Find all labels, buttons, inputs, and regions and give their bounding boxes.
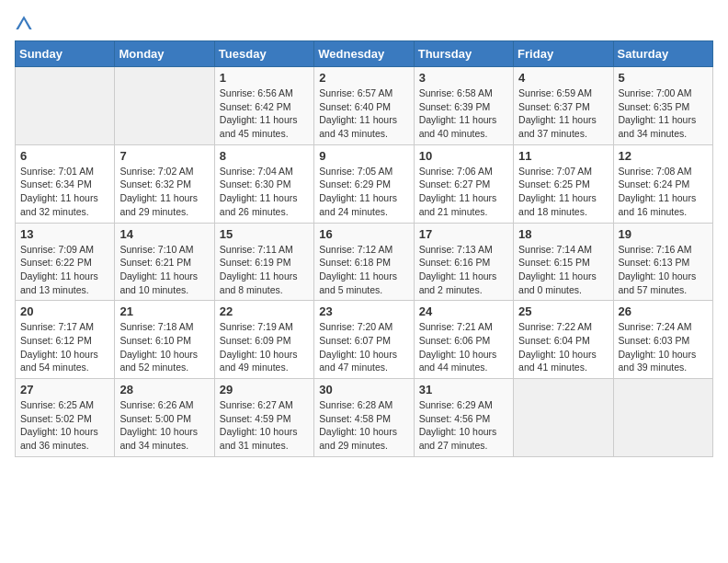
day-info: Sunrise: 7:05 AM Sunset: 6:29 PM Dayligh… (319, 165, 408, 219)
day-number: 25 (518, 304, 608, 318)
calendar-cell: 17Sunrise: 7:13 AM Sunset: 6:16 PM Dayli… (414, 223, 513, 301)
calendar-cell: 7Sunrise: 7:02 AM Sunset: 6:32 PM Daylig… (115, 144, 214, 223)
day-info: Sunrise: 7:06 AM Sunset: 6:27 PM Dayligh… (419, 165, 508, 219)
day-number: 4 (518, 71, 608, 85)
day-number: 26 (619, 304, 708, 318)
day-info: Sunrise: 6:25 AM Sunset: 5:02 PM Dayligh… (20, 398, 109, 453)
calendar-body: 1Sunrise: 6:56 AM Sunset: 6:42 PM Daylig… (16, 67, 713, 457)
day-number: 10 (419, 149, 508, 163)
day-number: 8 (220, 149, 309, 163)
day-number: 28 (119, 383, 209, 396)
calendar-cell: 29Sunrise: 6:27 AM Sunset: 4:59 PM Dayli… (214, 379, 313, 457)
calendar-cell: 22Sunrise: 7:19 AM Sunset: 6:09 PM Dayli… (214, 301, 313, 379)
calendar-cell: 6Sunrise: 7:01 AM Sunset: 6:34 PM Daylig… (16, 144, 115, 223)
calendar-cell: 1Sunrise: 6:56 AM Sunset: 6:42 PM Daylig… (214, 67, 313, 145)
day-number: 24 (419, 304, 508, 318)
calendar-header-row: SundayMondayTuesdayWednesdayThursdayFrid… (16, 41, 713, 67)
calendar-cell: 30Sunrise: 6:28 AM Sunset: 4:58 PM Dayli… (314, 379, 414, 457)
day-info: Sunrise: 6:56 AM Sunset: 6:42 PM Dayligh… (220, 86, 309, 141)
day-header-thursday: Thursday (414, 41, 513, 67)
day-number: 5 (619, 71, 708, 85)
day-info: Sunrise: 6:59 AM Sunset: 6:37 PM Dayligh… (518, 86, 608, 141)
day-info: Sunrise: 7:04 AM Sunset: 6:30 PM Dayligh… (220, 165, 309, 219)
day-info: Sunrise: 7:12 AM Sunset: 6:18 PM Dayligh… (319, 243, 408, 297)
day-number: 7 (119, 149, 209, 163)
day-header-wednesday: Wednesday (314, 41, 414, 67)
day-number: 20 (20, 304, 109, 318)
calendar-cell: 27Sunrise: 6:25 AM Sunset: 5:02 PM Dayli… (16, 379, 115, 457)
calendar-cell: 16Sunrise: 7:12 AM Sunset: 6:18 PM Dayli… (314, 223, 414, 301)
calendar-cell: 13Sunrise: 7:09 AM Sunset: 6:22 PM Dayli… (16, 223, 115, 301)
day-info: Sunrise: 7:17 AM Sunset: 6:12 PM Dayligh… (20, 320, 109, 374)
day-number: 14 (119, 227, 209, 241)
day-info: Sunrise: 7:24 AM Sunset: 6:03 PM Dayligh… (619, 320, 708, 374)
calendar-cell: 26Sunrise: 7:24 AM Sunset: 6:03 PM Dayli… (613, 301, 712, 379)
day-header-tuesday: Tuesday (214, 41, 313, 67)
day-info: Sunrise: 7:00 AM Sunset: 6:35 PM Dayligh… (619, 86, 708, 141)
day-info: Sunrise: 6:26 AM Sunset: 5:00 PM Dayligh… (119, 398, 209, 453)
day-info: Sunrise: 7:02 AM Sunset: 6:32 PM Dayligh… (119, 165, 209, 219)
calendar-cell: 9Sunrise: 7:05 AM Sunset: 6:29 PM Daylig… (314, 144, 414, 223)
day-number: 9 (319, 149, 408, 163)
day-number: 3 (419, 71, 508, 85)
calendar-cell (16, 67, 115, 145)
day-number: 21 (119, 304, 209, 318)
day-info: Sunrise: 7:01 AM Sunset: 6:34 PM Dayligh… (20, 165, 109, 219)
calendar-cell: 20Sunrise: 7:17 AM Sunset: 6:12 PM Dayli… (16, 301, 115, 379)
day-number: 31 (419, 383, 508, 396)
calendar-cell: 28Sunrise: 6:26 AM Sunset: 5:00 PM Dayli… (115, 379, 214, 457)
calendar-cell: 11Sunrise: 7:07 AM Sunset: 6:25 PM Dayli… (514, 144, 613, 223)
day-info: Sunrise: 6:28 AM Sunset: 4:58 PM Dayligh… (319, 398, 408, 453)
calendar-cell: 25Sunrise: 7:22 AM Sunset: 6:04 PM Dayli… (514, 301, 613, 379)
day-number: 12 (619, 149, 708, 163)
logo (15, 15, 35, 33)
day-info: Sunrise: 7:19 AM Sunset: 6:09 PM Dayligh… (220, 320, 309, 374)
day-number: 1 (220, 71, 309, 85)
day-number: 18 (518, 227, 608, 241)
day-number: 2 (319, 71, 408, 85)
day-number: 16 (319, 227, 408, 241)
day-info: Sunrise: 6:27 AM Sunset: 4:59 PM Dayligh… (220, 398, 309, 453)
day-number: 13 (20, 227, 109, 241)
day-info: Sunrise: 6:29 AM Sunset: 4:56 PM Dayligh… (419, 398, 508, 453)
calendar-table: SundayMondayTuesdayWednesdayThursdayFrid… (15, 40, 713, 457)
day-info: Sunrise: 7:13 AM Sunset: 6:16 PM Dayligh… (419, 243, 508, 297)
day-info: Sunrise: 7:14 AM Sunset: 6:15 PM Dayligh… (518, 243, 608, 297)
calendar-week-4: 20Sunrise: 7:17 AM Sunset: 6:12 PM Dayli… (16, 301, 713, 379)
day-info: Sunrise: 7:09 AM Sunset: 6:22 PM Dayligh… (20, 243, 109, 297)
calendar-cell: 3Sunrise: 6:58 AM Sunset: 6:39 PM Daylig… (414, 67, 513, 145)
day-info: Sunrise: 7:21 AM Sunset: 6:06 PM Dayligh… (419, 320, 508, 374)
calendar-cell: 24Sunrise: 7:21 AM Sunset: 6:06 PM Dayli… (414, 301, 513, 379)
calendar-cell: 23Sunrise: 7:20 AM Sunset: 6:07 PM Dayli… (314, 301, 414, 379)
day-number: 27 (20, 383, 109, 396)
calendar-cell: 18Sunrise: 7:14 AM Sunset: 6:15 PM Dayli… (514, 223, 613, 301)
calendar-cell: 19Sunrise: 7:16 AM Sunset: 6:13 PM Dayli… (613, 223, 712, 301)
calendar-cell: 21Sunrise: 7:18 AM Sunset: 6:10 PM Dayli… (115, 301, 214, 379)
calendar-cell: 8Sunrise: 7:04 AM Sunset: 6:30 PM Daylig… (214, 144, 313, 223)
calendar-cell: 15Sunrise: 7:11 AM Sunset: 6:19 PM Dayli… (214, 223, 313, 301)
day-info: Sunrise: 7:16 AM Sunset: 6:13 PM Dayligh… (619, 243, 708, 297)
calendar-cell: 5Sunrise: 7:00 AM Sunset: 6:35 PM Daylig… (613, 67, 712, 145)
day-info: Sunrise: 7:08 AM Sunset: 6:24 PM Dayligh… (619, 165, 708, 219)
day-header-saturday: Saturday (613, 41, 712, 67)
day-number: 30 (319, 383, 408, 396)
calendar-cell: 31Sunrise: 6:29 AM Sunset: 4:56 PM Dayli… (414, 379, 513, 457)
day-info: Sunrise: 6:58 AM Sunset: 6:39 PM Dayligh… (419, 86, 508, 141)
day-number: 15 (220, 227, 309, 241)
day-info: Sunrise: 7:10 AM Sunset: 6:21 PM Dayligh… (119, 243, 209, 297)
calendar-cell: 10Sunrise: 7:06 AM Sunset: 6:27 PM Dayli… (414, 144, 513, 223)
day-number: 19 (619, 227, 708, 241)
day-info: Sunrise: 7:22 AM Sunset: 6:04 PM Dayligh… (518, 320, 608, 374)
calendar-cell: 12Sunrise: 7:08 AM Sunset: 6:24 PM Dayli… (613, 144, 712, 223)
calendar-cell: 4Sunrise: 6:59 AM Sunset: 6:37 PM Daylig… (514, 67, 613, 145)
calendar-cell (514, 379, 613, 457)
calendar-cell (115, 67, 214, 145)
day-info: Sunrise: 7:07 AM Sunset: 6:25 PM Dayligh… (518, 165, 608, 219)
day-number: 17 (419, 227, 508, 241)
day-info: Sunrise: 7:18 AM Sunset: 6:10 PM Dayligh… (119, 320, 209, 374)
day-info: Sunrise: 6:57 AM Sunset: 6:40 PM Dayligh… (319, 86, 408, 141)
page-header (15, 15, 713, 33)
day-header-sunday: Sunday (16, 41, 115, 67)
day-number: 23 (319, 304, 408, 318)
calendar-cell (613, 379, 712, 457)
